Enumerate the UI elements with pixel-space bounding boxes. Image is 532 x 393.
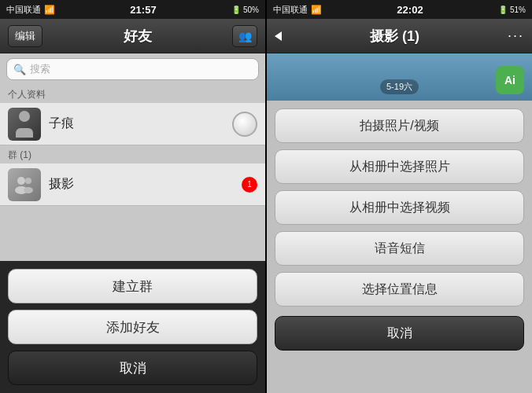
chat-preview-area: 5-19六 Ai bbox=[267, 53, 532, 101]
add-friend-button[interactable]: 添加好友 bbox=[8, 310, 257, 344]
person-avatar bbox=[8, 108, 41, 141]
right-nav-title: 摄影 (1) bbox=[370, 27, 419, 46]
wifi-icon: 📶 bbox=[44, 5, 55, 15]
left-carrier: 中国联通 bbox=[6, 4, 41, 16]
add-person-icon: 👥 bbox=[238, 30, 252, 42]
search-bar: 🔍 搜索 bbox=[0, 53, 265, 85]
left-cancel-button[interactable]: 取消 bbox=[8, 351, 257, 385]
right-status-right: 🔋 51% bbox=[498, 6, 526, 14]
take-photo-button[interactable]: 拍摄照片/视频 bbox=[275, 108, 524, 143]
right-battery-icon: 🔋 bbox=[498, 6, 508, 14]
group-badge: 1 bbox=[242, 177, 257, 193]
left-battery: 50% bbox=[243, 6, 259, 14]
create-group-button[interactable]: 建立群 bbox=[8, 269, 257, 303]
toggle-indicator bbox=[232, 112, 257, 137]
edit-button[interactable]: 编辑 bbox=[8, 25, 42, 47]
right-phone-panel: 中国联通 📶 22:02 🔋 51% 摄影 (1) ··· 5-19六 Ai 拍 bbox=[267, 0, 532, 393]
group-list-item[interactable]: 摄影 1 bbox=[0, 163, 265, 206]
left-nav-title: 好友 bbox=[124, 27, 152, 46]
add-friend-button[interactable]: 👥 bbox=[232, 25, 257, 47]
action-sheet: 建立群 添加好友 取消 bbox=[0, 261, 265, 393]
left-time: 21:57 bbox=[130, 4, 156, 16]
group-icon-svg bbox=[13, 174, 35, 196]
profile-section-header: 个人资料 bbox=[0, 85, 265, 103]
left-status-right: 🔋 50% bbox=[231, 6, 259, 14]
right-carrier: 中国联通 bbox=[273, 4, 308, 16]
choose-photo-button[interactable]: 从相册中选择照片 bbox=[275, 149, 524, 184]
right-wifi-icon: 📶 bbox=[311, 5, 322, 15]
svg-point-3 bbox=[24, 187, 33, 193]
right-cancel-button[interactable]: 取消 bbox=[275, 316, 524, 351]
ai-icon: Ai bbox=[496, 66, 524, 94]
choose-video-button[interactable]: 从相册中选择视频 bbox=[275, 190, 524, 225]
right-panel-body: 5-19六 Ai 拍摄照片/视频 从相册中选择照片 从相册中选择视频 语音短信 … bbox=[267, 53, 532, 393]
search-input-container[interactable]: 🔍 搜索 bbox=[6, 58, 259, 80]
location-button[interactable]: 选择位置信息 bbox=[275, 272, 524, 307]
left-status-bar: 中国联通 📶 21:57 🔋 50% bbox=[0, 0, 265, 19]
date-area: 5-19六 bbox=[275, 79, 524, 94]
groups-section-header: 群 (1) bbox=[0, 145, 265, 163]
more-button[interactable]: ··· bbox=[508, 28, 524, 44]
list-spacer bbox=[0, 206, 265, 261]
group-avatar bbox=[8, 168, 41, 201]
left-phone-panel: 中国联通 📶 21:57 🔋 50% 编辑 好友 👥 🔍 搜索 个人资料 子痕 bbox=[0, 0, 265, 393]
date-badge: 5-19六 bbox=[380, 79, 419, 94]
voice-message-button[interactable]: 语音短信 bbox=[275, 231, 524, 266]
voice-message-label: 语音短信 bbox=[375, 241, 425, 257]
right-status-bar: 中国联通 📶 22:02 🔋 51% bbox=[267, 0, 532, 19]
left-status-left: 中国联通 📶 bbox=[6, 4, 55, 16]
search-icon: 🔍 bbox=[13, 64, 26, 75]
action-list: 拍摄照片/视频 从相册中选择照片 从相册中选择视频 语音短信 选择位置信息 取消 bbox=[267, 101, 532, 393]
battery-icon: 🔋 bbox=[231, 6, 241, 14]
svg-point-0 bbox=[17, 177, 25, 185]
right-nav-bar: 摄影 (1) ··· bbox=[267, 19, 532, 53]
svg-point-1 bbox=[25, 178, 31, 184]
left-nav-bar: 编辑 好友 👥 bbox=[0, 19, 265, 53]
left-panel-body: 🔍 搜索 个人资料 子痕 群 (1) 摄影 1 bbox=[0, 53, 265, 393]
right-status-left: 中国联通 📶 bbox=[273, 4, 322, 16]
back-arrow-icon bbox=[275, 31, 282, 41]
right-battery: 51% bbox=[510, 6, 526, 14]
person-name: 子痕 bbox=[49, 116, 224, 132]
person-list-item[interactable]: 子痕 bbox=[0, 103, 265, 145]
right-time: 22:02 bbox=[397, 4, 423, 16]
back-button[interactable] bbox=[275, 31, 282, 41]
group-name: 摄影 bbox=[49, 176, 234, 193]
search-placeholder: 搜索 bbox=[30, 62, 50, 76]
